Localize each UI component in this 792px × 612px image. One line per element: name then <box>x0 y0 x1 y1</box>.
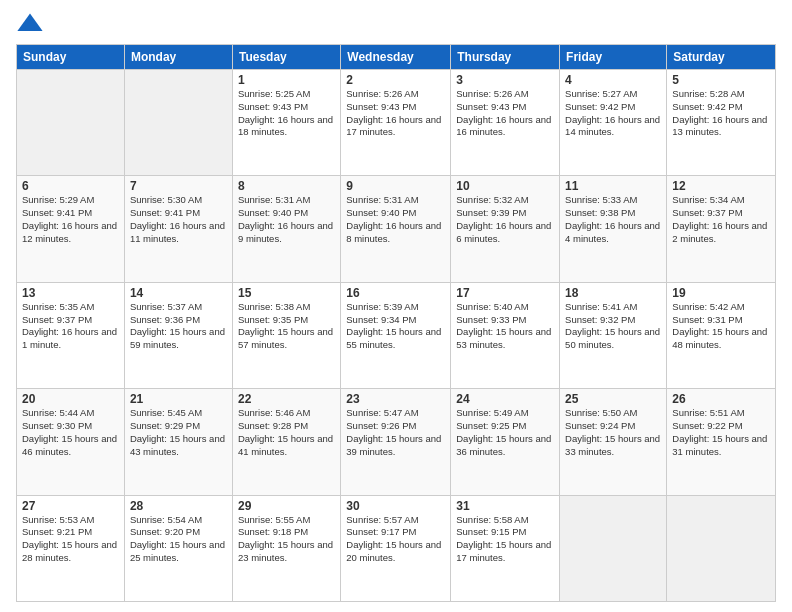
day-number: 10 <box>456 179 554 193</box>
day-detail: Sunrise: 5:42 AMSunset: 9:31 PMDaylight:… <box>672 301 770 352</box>
day-number: 19 <box>672 286 770 300</box>
day-detail: Sunrise: 5:30 AMSunset: 9:41 PMDaylight:… <box>130 194 227 245</box>
calendar-cell: 23Sunrise: 5:47 AMSunset: 9:26 PMDayligh… <box>341 389 451 495</box>
day-number: 21 <box>130 392 227 406</box>
day-detail: Sunrise: 5:41 AMSunset: 9:32 PMDaylight:… <box>565 301 661 352</box>
day-number: 24 <box>456 392 554 406</box>
calendar-header-day-friday: Friday <box>560 45 667 70</box>
calendar-cell: 22Sunrise: 5:46 AMSunset: 9:28 PMDayligh… <box>232 389 340 495</box>
day-number: 18 <box>565 286 661 300</box>
day-number: 5 <box>672 73 770 87</box>
day-number: 12 <box>672 179 770 193</box>
day-detail: Sunrise: 5:46 AMSunset: 9:28 PMDaylight:… <box>238 407 335 458</box>
calendar-cell: 20Sunrise: 5:44 AMSunset: 9:30 PMDayligh… <box>17 389 125 495</box>
day-detail: Sunrise: 5:53 AMSunset: 9:21 PMDaylight:… <box>22 514 119 565</box>
header <box>16 10 776 38</box>
day-detail: Sunrise: 5:54 AMSunset: 9:20 PMDaylight:… <box>130 514 227 565</box>
day-detail: Sunrise: 5:28 AMSunset: 9:42 PMDaylight:… <box>672 88 770 139</box>
day-number: 17 <box>456 286 554 300</box>
day-number: 31 <box>456 499 554 513</box>
calendar-cell: 10Sunrise: 5:32 AMSunset: 9:39 PMDayligh… <box>451 176 560 282</box>
day-number: 14 <box>130 286 227 300</box>
svg-rect-1 <box>26 25 34 31</box>
day-number: 11 <box>565 179 661 193</box>
day-detail: Sunrise: 5:26 AMSunset: 9:43 PMDaylight:… <box>346 88 445 139</box>
calendar-cell: 31Sunrise: 5:58 AMSunset: 9:15 PMDayligh… <box>451 495 560 601</box>
day-number: 28 <box>130 499 227 513</box>
day-number: 4 <box>565 73 661 87</box>
calendar-cell: 19Sunrise: 5:42 AMSunset: 9:31 PMDayligh… <box>667 282 776 388</box>
day-number: 25 <box>565 392 661 406</box>
calendar-cell <box>560 495 667 601</box>
day-detail: Sunrise: 5:34 AMSunset: 9:37 PMDaylight:… <box>672 194 770 245</box>
day-number: 2 <box>346 73 445 87</box>
calendar-week-3: 13Sunrise: 5:35 AMSunset: 9:37 PMDayligh… <box>17 282 776 388</box>
calendar-week-5: 27Sunrise: 5:53 AMSunset: 9:21 PMDayligh… <box>17 495 776 601</box>
calendar-cell: 12Sunrise: 5:34 AMSunset: 9:37 PMDayligh… <box>667 176 776 282</box>
calendar-cell: 2Sunrise: 5:26 AMSunset: 9:43 PMDaylight… <box>341 70 451 176</box>
calendar-cell: 5Sunrise: 5:28 AMSunset: 9:42 PMDaylight… <box>667 70 776 176</box>
calendar-table: SundayMondayTuesdayWednesdayThursdayFrid… <box>16 44 776 602</box>
day-detail: Sunrise: 5:57 AMSunset: 9:17 PMDaylight:… <box>346 514 445 565</box>
day-detail: Sunrise: 5:31 AMSunset: 9:40 PMDaylight:… <box>346 194 445 245</box>
day-detail: Sunrise: 5:27 AMSunset: 9:42 PMDaylight:… <box>565 88 661 139</box>
calendar-cell: 4Sunrise: 5:27 AMSunset: 9:42 PMDaylight… <box>560 70 667 176</box>
day-detail: Sunrise: 5:33 AMSunset: 9:38 PMDaylight:… <box>565 194 661 245</box>
day-detail: Sunrise: 5:37 AMSunset: 9:36 PMDaylight:… <box>130 301 227 352</box>
calendar-cell: 18Sunrise: 5:41 AMSunset: 9:32 PMDayligh… <box>560 282 667 388</box>
calendar-cell: 26Sunrise: 5:51 AMSunset: 9:22 PMDayligh… <box>667 389 776 495</box>
day-number: 26 <box>672 392 770 406</box>
calendar-cell: 17Sunrise: 5:40 AMSunset: 9:33 PMDayligh… <box>451 282 560 388</box>
day-number: 27 <box>22 499 119 513</box>
day-detail: Sunrise: 5:51 AMSunset: 9:22 PMDaylight:… <box>672 407 770 458</box>
calendar-cell: 28Sunrise: 5:54 AMSunset: 9:20 PMDayligh… <box>124 495 232 601</box>
calendar-cell <box>124 70 232 176</box>
calendar-header-day-monday: Monday <box>124 45 232 70</box>
day-number: 15 <box>238 286 335 300</box>
calendar-cell: 3Sunrise: 5:26 AMSunset: 9:43 PMDaylight… <box>451 70 560 176</box>
day-detail: Sunrise: 5:25 AMSunset: 9:43 PMDaylight:… <box>238 88 335 139</box>
calendar-cell: 25Sunrise: 5:50 AMSunset: 9:24 PMDayligh… <box>560 389 667 495</box>
day-detail: Sunrise: 5:49 AMSunset: 9:25 PMDaylight:… <box>456 407 554 458</box>
calendar-cell: 21Sunrise: 5:45 AMSunset: 9:29 PMDayligh… <box>124 389 232 495</box>
calendar-cell: 9Sunrise: 5:31 AMSunset: 9:40 PMDaylight… <box>341 176 451 282</box>
calendar-week-2: 6Sunrise: 5:29 AMSunset: 9:41 PMDaylight… <box>17 176 776 282</box>
calendar-week-4: 20Sunrise: 5:44 AMSunset: 9:30 PMDayligh… <box>17 389 776 495</box>
calendar-cell: 6Sunrise: 5:29 AMSunset: 9:41 PMDaylight… <box>17 176 125 282</box>
calendar-week-1: 1Sunrise: 5:25 AMSunset: 9:43 PMDaylight… <box>17 70 776 176</box>
day-detail: Sunrise: 5:47 AMSunset: 9:26 PMDaylight:… <box>346 407 445 458</box>
calendar-cell: 16Sunrise: 5:39 AMSunset: 9:34 PMDayligh… <box>341 282 451 388</box>
calendar-cell: 11Sunrise: 5:33 AMSunset: 9:38 PMDayligh… <box>560 176 667 282</box>
calendar-cell: 27Sunrise: 5:53 AMSunset: 9:21 PMDayligh… <box>17 495 125 601</box>
day-number: 20 <box>22 392 119 406</box>
day-number: 30 <box>346 499 445 513</box>
calendar-header-day-saturday: Saturday <box>667 45 776 70</box>
calendar-cell: 1Sunrise: 5:25 AMSunset: 9:43 PMDaylight… <box>232 70 340 176</box>
calendar-cell: 13Sunrise: 5:35 AMSunset: 9:37 PMDayligh… <box>17 282 125 388</box>
day-detail: Sunrise: 5:55 AMSunset: 9:18 PMDaylight:… <box>238 514 335 565</box>
day-detail: Sunrise: 5:29 AMSunset: 9:41 PMDaylight:… <box>22 194 119 245</box>
calendar-cell: 7Sunrise: 5:30 AMSunset: 9:41 PMDaylight… <box>124 176 232 282</box>
day-number: 22 <box>238 392 335 406</box>
calendar-header-day-tuesday: Tuesday <box>232 45 340 70</box>
calendar-cell: 8Sunrise: 5:31 AMSunset: 9:40 PMDaylight… <box>232 176 340 282</box>
logo <box>16 10 48 38</box>
day-number: 7 <box>130 179 227 193</box>
day-number: 3 <box>456 73 554 87</box>
day-detail: Sunrise: 5:40 AMSunset: 9:33 PMDaylight:… <box>456 301 554 352</box>
day-detail: Sunrise: 5:39 AMSunset: 9:34 PMDaylight:… <box>346 301 445 352</box>
day-detail: Sunrise: 5:38 AMSunset: 9:35 PMDaylight:… <box>238 301 335 352</box>
calendar-cell: 15Sunrise: 5:38 AMSunset: 9:35 PMDayligh… <box>232 282 340 388</box>
calendar-cell: 14Sunrise: 5:37 AMSunset: 9:36 PMDayligh… <box>124 282 232 388</box>
day-number: 6 <box>22 179 119 193</box>
day-number: 9 <box>346 179 445 193</box>
day-number: 8 <box>238 179 335 193</box>
calendar-cell: 30Sunrise: 5:57 AMSunset: 9:17 PMDayligh… <box>341 495 451 601</box>
calendar-cell: 24Sunrise: 5:49 AMSunset: 9:25 PMDayligh… <box>451 389 560 495</box>
day-detail: Sunrise: 5:26 AMSunset: 9:43 PMDaylight:… <box>456 88 554 139</box>
calendar-cell <box>667 495 776 601</box>
day-number: 13 <box>22 286 119 300</box>
calendar-cell: 29Sunrise: 5:55 AMSunset: 9:18 PMDayligh… <box>232 495 340 601</box>
day-detail: Sunrise: 5:44 AMSunset: 9:30 PMDaylight:… <box>22 407 119 458</box>
logo-icon <box>16 10 44 38</box>
